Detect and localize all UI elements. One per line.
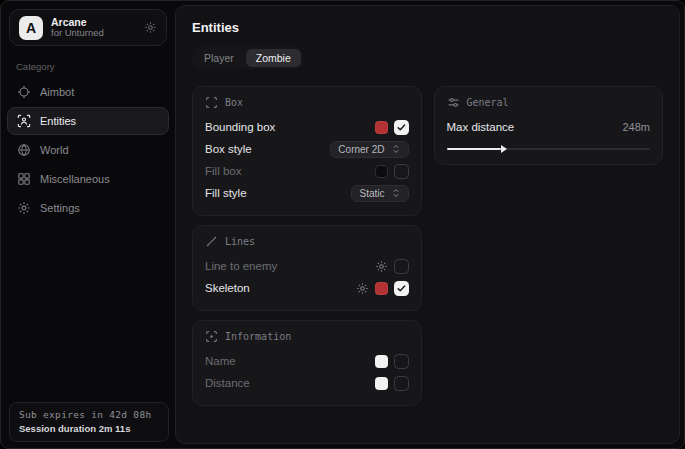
gear-icon[interactable] [356,282,369,295]
setting-row-skeleton: Skeleton [205,277,409,299]
sidebar-item-world[interactable]: World [7,136,169,164]
max-distance-value: 248m [622,121,650,133]
category-label: Category [16,61,175,72]
setting-row-max-distance: Max distance 248m [447,116,651,138]
header-gear-icon[interactable] [144,21,157,34]
sidebar-item-aimbot[interactable]: Aimbot [7,78,169,106]
distance-checkbox[interactable] [394,376,409,391]
globe-icon [17,143,31,157]
setting-row-line-to-enemy: Line to enemy [205,255,409,277]
sidebar-item-label: World [40,144,69,156]
sidebar-item-label: Settings [40,202,80,214]
panel-title: General [467,97,509,108]
panel-lines: Lines Line to enemy Skeleton [192,225,422,311]
slider-thumb[interactable] [501,145,507,153]
app-window: A Arcane for Unturned Category Aimbot En… [0,0,685,449]
sidebar-item-label: Aimbot [40,86,74,98]
main-content: Entities Player Zombie Box Bounding box [175,5,680,444]
color-swatch[interactable] [375,282,388,295]
panel-title: Information [225,331,291,342]
skeleton-checkbox[interactable] [394,281,409,296]
color-swatch[interactable] [375,121,388,134]
sidebar: A Arcane for Unturned Category Aimbot En… [1,1,175,448]
app-header-card: A Arcane for Unturned [9,9,167,46]
app-logo: A [19,16,43,40]
box-style-dropdown[interactable]: Corner 2D [330,141,408,158]
gear-icon[interactable] [375,260,388,273]
setting-row-distance: Distance [205,372,409,394]
panel-title: Box [225,97,243,108]
entity-tabs: Player Zombie [192,47,303,69]
tab-player[interactable]: Player [194,49,244,67]
setting-row-name: Name [205,350,409,372]
slider-fill [447,148,502,150]
chevron-up-down-icon [391,188,401,198]
setting-row-fill-style: Fill style Static [205,182,409,204]
color-swatch[interactable] [375,355,388,368]
name-checkbox[interactable] [394,354,409,369]
chevron-up-down-icon [391,144,401,154]
page-title: Entities [192,20,663,35]
max-distance-slider[interactable] [447,145,651,153]
sidebar-nav: Aimbot Entities World Miscellaneous [1,78,175,222]
color-swatch[interactable] [375,377,388,390]
box-corners-icon [205,96,218,109]
sub-expiry-text: Sub expires in 42d 08h [19,409,159,420]
crosshair-icon [17,85,31,99]
sidebar-item-settings[interactable]: Settings [7,194,169,222]
sliders-icon [447,96,460,109]
panels-grid: Box Bounding box Box style [192,86,663,406]
sidebar-item-label: Miscellaneous [40,173,110,185]
session-duration-text: Session duration 2m 11s [19,423,159,434]
line-icon [205,235,218,248]
panel-box: Box Bounding box Box style [192,86,422,216]
gear-icon [17,201,31,215]
setting-row-bounding-box: Bounding box [205,116,409,138]
panel-general: General Max distance 248m [434,86,664,165]
fill-box-checkbox[interactable] [394,164,409,179]
setting-row-box-style: Box style Corner 2D [205,138,409,160]
sidebar-item-miscellaneous[interactable]: Miscellaneous [7,165,169,193]
grid-icon [17,172,31,186]
bounding-box-checkbox[interactable] [394,120,409,135]
line-to-enemy-checkbox[interactable] [394,259,409,274]
sidebar-item-entities[interactable]: Entities [7,107,169,135]
setting-row-fill-box: Fill box [205,160,409,182]
fill-style-dropdown[interactable]: Static [351,185,408,202]
subscription-card: Sub expires in 42d 08h Session duration … [9,402,169,442]
info-target-icon [205,330,218,343]
panel-information: Information Name Distance [192,320,422,406]
panel-title: Lines [225,236,255,247]
tab-zombie[interactable]: Zombie [246,49,301,67]
app-subtitle: for Unturned [51,28,144,39]
color-swatch[interactable] [375,165,388,178]
sidebar-item-label: Entities [40,115,76,127]
entities-icon [17,114,31,128]
